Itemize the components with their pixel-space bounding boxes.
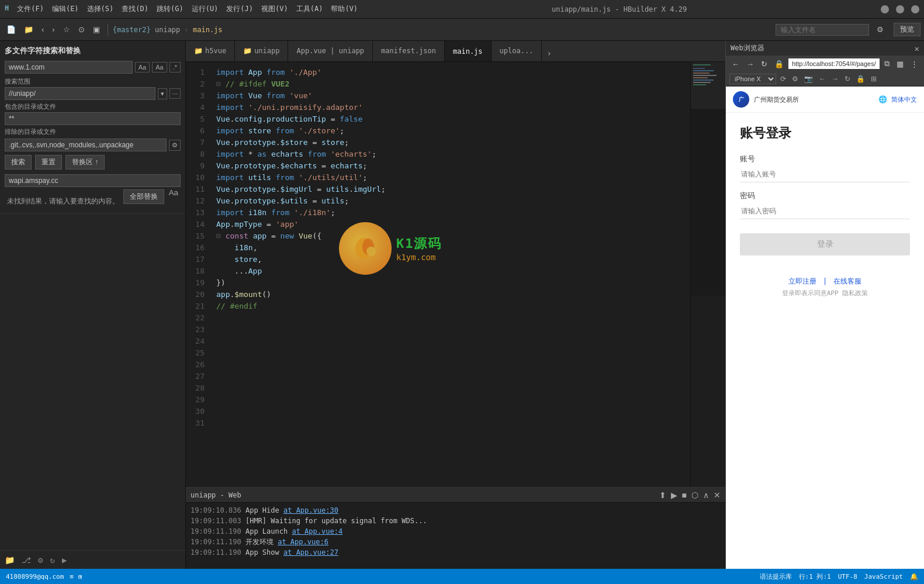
reset-button[interactable]: 重置 (35, 155, 62, 170)
status-left: 41808999@qq.com ≡ ⊞ (6, 573, 82, 580)
device-selector[interactable]: iPhone X iPhone 12 Pixel 5 (729, 74, 776, 84)
scope-input[interactable] (5, 87, 155, 100)
log-link-4[interactable]: at App.vue:6 (278, 538, 328, 546)
tab-uniapp[interactable]: 📁 uniapp (235, 41, 288, 61)
log-link-1[interactable]: at App.vue:30 (283, 506, 338, 514)
replace-case-toggle[interactable]: Aa (167, 187, 181, 198)
search-button[interactable]: 搜索 (5, 155, 32, 170)
search-input[interactable] (5, 61, 133, 74)
breadcrumb-project[interactable]: uniapp (155, 26, 180, 34)
exclude-more[interactable]: ⚙ (169, 140, 181, 151)
browser-more-button[interactable]: ⋮ (908, 58, 920, 70)
exclude-input[interactable] (5, 139, 167, 151)
tab-manifest[interactable]: manifest.json (373, 41, 445, 61)
menu-run[interactable]: 运行(U) (192, 4, 219, 14)
status-encoding[interactable]: UTF-8 (838, 573, 857, 580)
console-stop-btn[interactable]: ■ (682, 490, 687, 500)
status-hints[interactable]: 语法提示库 (760, 572, 792, 581)
replace-all-button[interactable]: 全部替换 (123, 189, 164, 204)
regex-toggle[interactable]: .* (169, 62, 181, 72)
status-position[interactable]: 行:1 列:1 (799, 572, 831, 581)
forward-button[interactable]: › (49, 24, 57, 35)
breadcrumb-file[interactable]: main.js (193, 26, 223, 34)
replace-input[interactable] (5, 174, 181, 187)
toolbar: 📄 📁 ‹ › ☆ ⊙ ▣ {master2} uniapp › main.js… (0, 19, 924, 41)
folder-icon[interactable]: 📁 (5, 555, 15, 565)
new-file-button[interactable]: 📄 (4, 24, 19, 35)
mini-map (690, 62, 725, 487)
device-screenshot-button[interactable]: 📷 (802, 74, 815, 84)
close-button[interactable] (911, 5, 919, 13)
run-icon[interactable]: ▶ (62, 555, 67, 565)
history-button[interactable]: ⊙ (75, 24, 88, 35)
console-close-btn[interactable]: ✕ (714, 490, 721, 500)
log-link-3[interactable]: at App.vue:4 (292, 527, 342, 535)
menu-bar[interactable]: H 文件(F) 编辑(E) 选择(S) 查找(D) 跳转(G) 运行(U) 发行… (5, 4, 358, 14)
password-input[interactable] (740, 203, 910, 219)
menu-select[interactable]: 选择(S) (87, 4, 114, 14)
log-link-5[interactable]: at App.vue:27 (283, 548, 338, 557)
scope-dropdown[interactable]: ▾ (158, 88, 167, 99)
maximize-button[interactable] (896, 5, 904, 13)
menu-publish[interactable]: 发行(J) (226, 4, 253, 14)
tab-h5vue[interactable]: 📁 h5vue (186, 41, 235, 61)
menu-jump[interactable]: 跳转(G) (157, 4, 184, 14)
menu-view[interactable]: 视图(V) (261, 4, 288, 14)
menu-file[interactable]: 文件(F) (17, 4, 44, 14)
more-tabs-button[interactable]: › (542, 45, 556, 61)
back-button[interactable]: ‹ (39, 24, 47, 35)
menu-tools[interactable]: 工具(A) (296, 4, 323, 14)
tab-app-vue[interactable]: App.vue | uniapp (288, 41, 373, 61)
browser-back-button[interactable]: ← (729, 58, 742, 70)
include-input[interactable] (5, 112, 181, 125)
refresh-icon[interactable]: ↻ (50, 555, 54, 565)
console-run-btn[interactable]: ▶ (671, 490, 677, 500)
menu-find[interactable]: 查找(D) (122, 4, 148, 14)
browser-refresh-button[interactable]: ↻ (759, 58, 770, 70)
git-icon[interactable]: ⎇ (22, 555, 31, 565)
device-grid-button[interactable]: ⊞ (869, 74, 878, 84)
register-link[interactable]: 立即注册 (788, 277, 816, 285)
browser-qr-button[interactable]: ▦ (894, 58, 906, 70)
settings-icon[interactable]: ⚙ (38, 555, 43, 565)
preview-button[interactable]: 预览 (894, 23, 920, 36)
status-language[interactable]: JavaScript (864, 573, 903, 580)
device-reload-button[interactable]: ↻ (843, 74, 852, 84)
bookmark-button[interactable]: ☆ (60, 24, 73, 35)
device-lock-button[interactable]: 🔒 (854, 74, 867, 84)
code-line-29: app.$mount() (216, 289, 683, 300)
device-settings-button[interactable]: ⚙ (790, 74, 800, 84)
status-list-icon[interactable]: ≡ (70, 573, 74, 580)
device-rotate-button[interactable]: ⟳ (778, 74, 788, 84)
browser-forward-button[interactable]: → (744, 58, 756, 70)
console-collapse-btn[interactable]: ∧ (703, 490, 709, 500)
scope-more[interactable]: ··· (169, 88, 181, 99)
code-text[interactable]: import App from './App' ⊟ // #ifdef VUE2… (209, 62, 690, 487)
status-email[interactable]: 41808999@qq.com (6, 573, 64, 580)
file-search-input[interactable] (776, 24, 869, 36)
filter-button[interactable]: ⚙ (874, 24, 887, 35)
browser-copy-button[interactable]: ⧉ (882, 58, 892, 70)
device-forward-button[interactable]: → (830, 74, 840, 84)
case-sensitive-toggle[interactable]: Aa (135, 62, 150, 72)
menu-edit[interactable]: 编辑(E) (52, 4, 79, 14)
language-button[interactable]: 🌐 简体中文 (878, 95, 917, 104)
whole-word-toggle[interactable]: Aa (152, 62, 167, 72)
console-external-btn[interactable]: ⬡ (691, 490, 698, 500)
tab-main-js[interactable]: main.js (445, 41, 492, 61)
device-back-button[interactable]: ← (817, 74, 828, 84)
notification-bell-icon[interactable]: 🔔 (910, 573, 918, 580)
status-grid-icon[interactable]: ⊞ (78, 573, 82, 580)
service-link[interactable]: 在线客服 (833, 277, 861, 285)
open-button[interactable]: 📁 (21, 24, 36, 35)
tab-upload[interactable]: uploa... (492, 41, 542, 61)
minimize-button[interactable] (881, 5, 889, 13)
account-input[interactable] (740, 167, 910, 182)
menu-help[interactable]: 帮助(V) (331, 4, 358, 14)
split-button[interactable]: ▣ (90, 24, 103, 35)
login-button[interactable]: 登录 (740, 233, 910, 255)
toggle-replace-button[interactable]: 替换区 ↑ (65, 155, 105, 170)
browser-close-button[interactable]: ✕ (915, 44, 919, 53)
url-bar[interactable] (788, 58, 880, 69)
console-share-btn[interactable]: ⬆ (659, 490, 666, 500)
